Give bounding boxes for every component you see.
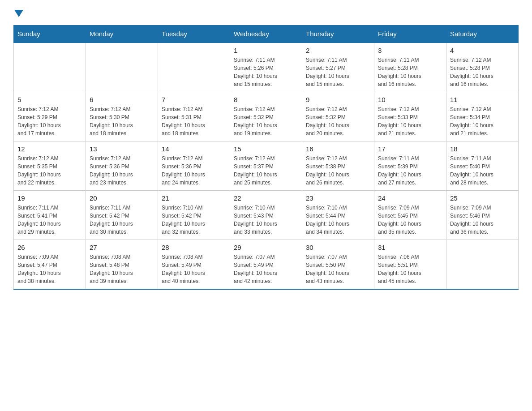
day-number: 18 — [450, 145, 515, 153]
calendar-cell-w2-d4: 8Sunrise: 7:12 AM Sunset: 5:32 PM Daylig… — [230, 92, 302, 141]
day-info: Sunrise: 7:10 AM Sunset: 5:42 PM Dayligh… — [162, 204, 226, 236]
calendar-cell-w1-d3 — [158, 43, 230, 92]
day-number: 16 — [306, 145, 370, 153]
day-info: Sunrise: 7:07 AM Sunset: 5:50 PM Dayligh… — [306, 253, 370, 285]
day-number: 31 — [378, 244, 442, 251]
day-info: Sunrise: 7:07 AM Sunset: 5:49 PM Dayligh… — [234, 253, 298, 285]
week-row-3: 12Sunrise: 7:12 AM Sunset: 5:35 PM Dayli… — [14, 141, 519, 191]
day-number: 4 — [450, 47, 515, 54]
day-info: Sunrise: 7:12 AM Sunset: 5:33 PM Dayligh… — [378, 105, 442, 137]
header-sunday: Sunday — [14, 26, 86, 43]
day-info: Sunrise: 7:09 AM Sunset: 5:46 PM Dayligh… — [450, 204, 515, 236]
day-info: Sunrise: 7:11 AM Sunset: 5:41 PM Dayligh… — [17, 204, 82, 236]
day-info: Sunrise: 7:12 AM Sunset: 5:31 PM Dayligh… — [162, 105, 226, 137]
calendar-cell-w5-d1: 26Sunrise: 7:09 AM Sunset: 5:47 PM Dayli… — [14, 240, 86, 290]
day-info: Sunrise: 7:06 AM Sunset: 5:51 PM Dayligh… — [378, 253, 442, 285]
calendar-cell-w3-d6: 17Sunrise: 7:11 AM Sunset: 5:39 PM Dayli… — [374, 141, 446, 191]
calendar-cell-w4-d4: 22Sunrise: 7:10 AM Sunset: 5:43 PM Dayli… — [230, 191, 302, 240]
calendar-cell-w3-d5: 16Sunrise: 7:12 AM Sunset: 5:38 PM Dayli… — [302, 141, 374, 191]
calendar-cell-w3-d2: 13Sunrise: 7:12 AM Sunset: 5:36 PM Dayli… — [86, 141, 158, 191]
day-info: Sunrise: 7:12 AM Sunset: 5:30 PM Dayligh… — [90, 105, 154, 137]
day-info: Sunrise: 7:12 AM Sunset: 5:36 PM Dayligh… — [162, 154, 226, 187]
day-number: 8 — [234, 96, 298, 103]
day-info: Sunrise: 7:12 AM Sunset: 5:38 PM Dayligh… — [306, 154, 370, 187]
calendar-cell-w5-d3: 28Sunrise: 7:08 AM Sunset: 5:49 PM Dayli… — [158, 240, 230, 290]
calendar-cell-w1-d7: 4Sunrise: 7:12 AM Sunset: 5:28 PM Daylig… — [446, 43, 519, 92]
calendar-cell-w5-d7 — [446, 240, 519, 290]
day-number: 29 — [234, 244, 298, 251]
page-header — [13, 9, 519, 17]
week-row-4: 19Sunrise: 7:11 AM Sunset: 5:41 PM Dayli… — [14, 191, 519, 240]
day-info: Sunrise: 7:12 AM Sunset: 5:32 PM Dayligh… — [306, 105, 370, 137]
day-info: Sunrise: 7:09 AM Sunset: 5:47 PM Dayligh… — [17, 253, 82, 285]
header-wednesday: Wednesday — [230, 26, 302, 43]
day-number: 26 — [17, 244, 82, 251]
header-monday: Monday — [86, 26, 158, 43]
day-info: Sunrise: 7:08 AM Sunset: 5:49 PM Dayligh… — [162, 253, 226, 285]
day-number: 6 — [90, 96, 154, 103]
calendar-table: SundayMondayTuesdayWednesdayThursdayFrid… — [13, 25, 519, 290]
calendar-cell-w1-d5: 2Sunrise: 7:11 AM Sunset: 5:27 PM Daylig… — [302, 43, 374, 92]
day-number: 30 — [306, 244, 370, 251]
calendar-cell-w5-d2: 27Sunrise: 7:08 AM Sunset: 5:48 PM Dayli… — [86, 240, 158, 290]
day-number: 25 — [450, 194, 515, 202]
day-info: Sunrise: 7:11 AM Sunset: 5:40 PM Dayligh… — [450, 154, 515, 187]
day-info: Sunrise: 7:10 AM Sunset: 5:44 PM Dayligh… — [306, 204, 370, 236]
day-number: 24 — [378, 194, 442, 202]
day-number: 9 — [306, 96, 370, 103]
day-number: 23 — [306, 194, 370, 202]
day-info: Sunrise: 7:11 AM Sunset: 5:27 PM Dayligh… — [306, 56, 370, 88]
day-info: Sunrise: 7:11 AM Sunset: 5:26 PM Dayligh… — [234, 56, 298, 88]
calendar-cell-w4-d3: 21Sunrise: 7:10 AM Sunset: 5:42 PM Dayli… — [158, 191, 230, 240]
day-number: 17 — [378, 145, 442, 153]
day-info: Sunrise: 7:09 AM Sunset: 5:45 PM Dayligh… — [378, 204, 442, 236]
header-thursday: Thursday — [302, 26, 374, 43]
calendar-cell-w2-d7: 11Sunrise: 7:12 AM Sunset: 5:34 PM Dayli… — [446, 92, 519, 141]
day-number: 27 — [90, 244, 154, 251]
calendar-cell-w1-d1 — [14, 43, 86, 92]
day-number: 19 — [17, 194, 82, 202]
day-number: 7 — [162, 96, 226, 103]
day-number: 2 — [306, 47, 370, 54]
calendar-cell-w1-d4: 1Sunrise: 7:11 AM Sunset: 5:26 PM Daylig… — [230, 43, 302, 92]
week-row-1: 1Sunrise: 7:11 AM Sunset: 5:26 PM Daylig… — [14, 43, 519, 92]
calendar-cell-w2-d2: 6Sunrise: 7:12 AM Sunset: 5:30 PM Daylig… — [86, 92, 158, 141]
header-tuesday: Tuesday — [158, 26, 230, 43]
day-info: Sunrise: 7:12 AM Sunset: 5:28 PM Dayligh… — [450, 56, 515, 88]
header-row: SundayMondayTuesdayWednesdayThursdayFrid… — [14, 26, 519, 43]
calendar-cell-w2-d6: 10Sunrise: 7:12 AM Sunset: 5:33 PM Dayli… — [374, 92, 446, 141]
day-info: Sunrise: 7:10 AM Sunset: 5:43 PM Dayligh… — [234, 204, 298, 236]
day-info: Sunrise: 7:12 AM Sunset: 5:36 PM Dayligh… — [90, 154, 154, 187]
calendar-cell-w2-d1: 5Sunrise: 7:12 AM Sunset: 5:29 PM Daylig… — [14, 92, 86, 141]
calendar-cell-w1-d6: 3Sunrise: 7:11 AM Sunset: 5:28 PM Daylig… — [374, 43, 446, 92]
calendar-cell-w4-d2: 20Sunrise: 7:11 AM Sunset: 5:42 PM Dayli… — [86, 191, 158, 240]
day-number: 14 — [162, 145, 226, 153]
header-saturday: Saturday — [446, 26, 519, 43]
calendar-cell-w4-d7: 25Sunrise: 7:09 AM Sunset: 5:46 PM Dayli… — [446, 191, 519, 240]
header-friday: Friday — [374, 26, 446, 43]
calendar-cell-w5-d5: 30Sunrise: 7:07 AM Sunset: 5:50 PM Dayli… — [302, 240, 374, 290]
week-row-5: 26Sunrise: 7:09 AM Sunset: 5:47 PM Dayli… — [14, 240, 519, 290]
logo-triangle-icon — [14, 10, 23, 17]
day-info: Sunrise: 7:11 AM Sunset: 5:42 PM Dayligh… — [90, 204, 154, 236]
day-info: Sunrise: 7:12 AM Sunset: 5:35 PM Dayligh… — [17, 154, 82, 187]
day-number: 11 — [450, 96, 515, 103]
day-number: 3 — [378, 47, 442, 54]
calendar-cell-w3-d1: 12Sunrise: 7:12 AM Sunset: 5:35 PM Dayli… — [14, 141, 86, 191]
calendar-cell-w5-d6: 31Sunrise: 7:06 AM Sunset: 5:51 PM Dayli… — [374, 240, 446, 290]
day-number: 1 — [234, 47, 298, 54]
calendar-cell-w2-d5: 9Sunrise: 7:12 AM Sunset: 5:32 PM Daylig… — [302, 92, 374, 141]
day-info: Sunrise: 7:12 AM Sunset: 5:32 PM Dayligh… — [234, 105, 298, 137]
day-info: Sunrise: 7:11 AM Sunset: 5:28 PM Dayligh… — [378, 56, 442, 88]
calendar-cell-w4-d6: 24Sunrise: 7:09 AM Sunset: 5:45 PM Dayli… — [374, 191, 446, 240]
calendar-cell-w3-d4: 15Sunrise: 7:12 AM Sunset: 5:37 PM Dayli… — [230, 141, 302, 191]
logo — [13, 9, 23, 17]
calendar-cell-w1-d2 — [86, 43, 158, 92]
day-number: 28 — [162, 244, 226, 251]
calendar-cell-w4-d1: 19Sunrise: 7:11 AM Sunset: 5:41 PM Dayli… — [14, 191, 86, 240]
day-info: Sunrise: 7:12 AM Sunset: 5:29 PM Dayligh… — [17, 105, 82, 137]
calendar-cell-w4-d5: 23Sunrise: 7:10 AM Sunset: 5:44 PM Dayli… — [302, 191, 374, 240]
day-info: Sunrise: 7:08 AM Sunset: 5:48 PM Dayligh… — [90, 253, 154, 285]
day-info: Sunrise: 7:12 AM Sunset: 5:34 PM Dayligh… — [450, 105, 515, 137]
day-info: Sunrise: 7:11 AM Sunset: 5:39 PM Dayligh… — [378, 154, 442, 187]
